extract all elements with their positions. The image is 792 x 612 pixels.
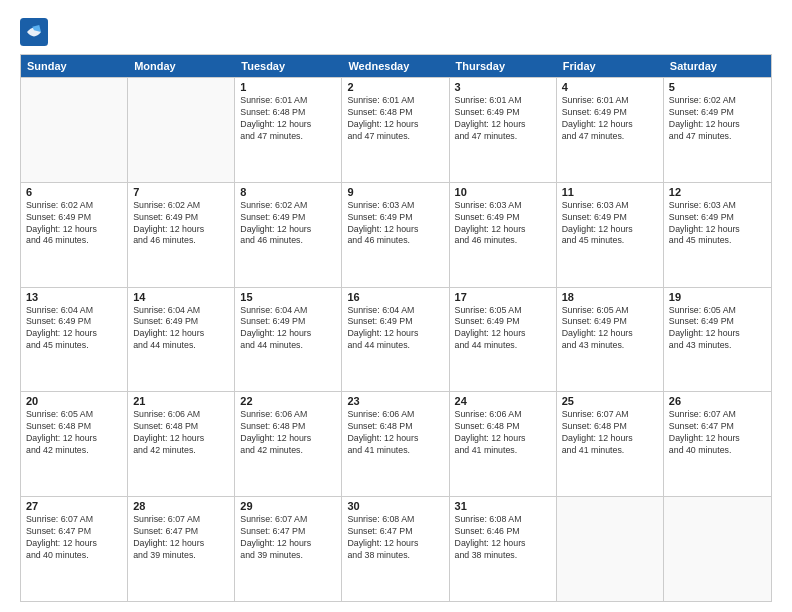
cell-info: Sunrise: 6:03 AM Sunset: 6:49 PM Dayligh… — [669, 200, 766, 248]
empty-cell-r4c6 — [664, 497, 771, 601]
cell-info: Sunrise: 6:06 AM Sunset: 6:48 PM Dayligh… — [347, 409, 443, 457]
day-number: 10 — [455, 186, 551, 198]
cell-info: Sunrise: 6:03 AM Sunset: 6:49 PM Dayligh… — [562, 200, 658, 248]
cell-info: Sunrise: 6:01 AM Sunset: 6:48 PM Dayligh… — [347, 95, 443, 143]
day-cell-14: 14Sunrise: 6:04 AM Sunset: 6:49 PM Dayli… — [128, 288, 235, 392]
day-number: 21 — [133, 395, 229, 407]
cell-info: Sunrise: 6:07 AM Sunset: 6:48 PM Dayligh… — [562, 409, 658, 457]
day-number: 5 — [669, 81, 766, 93]
cell-info: Sunrise: 6:02 AM Sunset: 6:49 PM Dayligh… — [133, 200, 229, 248]
calendar-row-2: 6Sunrise: 6:02 AM Sunset: 6:49 PM Daylig… — [21, 182, 771, 287]
weekday-header-friday: Friday — [557, 55, 664, 77]
day-cell-15: 15Sunrise: 6:04 AM Sunset: 6:49 PM Dayli… — [235, 288, 342, 392]
day-cell-2: 2Sunrise: 6:01 AM Sunset: 6:48 PM Daylig… — [342, 78, 449, 182]
cell-info: Sunrise: 6:04 AM Sunset: 6:49 PM Dayligh… — [240, 305, 336, 353]
day-number: 20 — [26, 395, 122, 407]
cell-info: Sunrise: 6:07 AM Sunset: 6:47 PM Dayligh… — [669, 409, 766, 457]
cell-info: Sunrise: 6:07 AM Sunset: 6:47 PM Dayligh… — [240, 514, 336, 562]
cell-info: Sunrise: 6:04 AM Sunset: 6:49 PM Dayligh… — [347, 305, 443, 353]
day-number: 27 — [26, 500, 122, 512]
day-cell-22: 22Sunrise: 6:06 AM Sunset: 6:48 PM Dayli… — [235, 392, 342, 496]
day-number: 26 — [669, 395, 766, 407]
day-cell-25: 25Sunrise: 6:07 AM Sunset: 6:48 PM Dayli… — [557, 392, 664, 496]
day-number: 15 — [240, 291, 336, 303]
calendar-row-1: 1Sunrise: 6:01 AM Sunset: 6:48 PM Daylig… — [21, 77, 771, 182]
day-number: 4 — [562, 81, 658, 93]
day-cell-4: 4Sunrise: 6:01 AM Sunset: 6:49 PM Daylig… — [557, 78, 664, 182]
day-cell-23: 23Sunrise: 6:06 AM Sunset: 6:48 PM Dayli… — [342, 392, 449, 496]
calendar-row-5: 27Sunrise: 6:07 AM Sunset: 6:47 PM Dayli… — [21, 496, 771, 601]
day-cell-10: 10Sunrise: 6:03 AM Sunset: 6:49 PM Dayli… — [450, 183, 557, 287]
logo — [20, 18, 52, 46]
cell-info: Sunrise: 6:01 AM Sunset: 6:48 PM Dayligh… — [240, 95, 336, 143]
day-number: 22 — [240, 395, 336, 407]
day-number: 30 — [347, 500, 443, 512]
day-cell-13: 13Sunrise: 6:04 AM Sunset: 6:49 PM Dayli… — [21, 288, 128, 392]
cell-info: Sunrise: 6:02 AM Sunset: 6:49 PM Dayligh… — [26, 200, 122, 248]
day-number: 24 — [455, 395, 551, 407]
day-cell-31: 31Sunrise: 6:08 AM Sunset: 6:46 PM Dayli… — [450, 497, 557, 601]
day-number: 6 — [26, 186, 122, 198]
cell-info: Sunrise: 6:05 AM Sunset: 6:49 PM Dayligh… — [562, 305, 658, 353]
calendar-row-4: 20Sunrise: 6:05 AM Sunset: 6:48 PM Dayli… — [21, 391, 771, 496]
cell-info: Sunrise: 6:01 AM Sunset: 6:49 PM Dayligh… — [562, 95, 658, 143]
day-number: 7 — [133, 186, 229, 198]
cell-info: Sunrise: 6:06 AM Sunset: 6:48 PM Dayligh… — [240, 409, 336, 457]
day-cell-3: 3Sunrise: 6:01 AM Sunset: 6:49 PM Daylig… — [450, 78, 557, 182]
cell-info: Sunrise: 6:06 AM Sunset: 6:48 PM Dayligh… — [133, 409, 229, 457]
day-cell-20: 20Sunrise: 6:05 AM Sunset: 6:48 PM Dayli… — [21, 392, 128, 496]
weekday-header-tuesday: Tuesday — [235, 55, 342, 77]
day-cell-19: 19Sunrise: 6:05 AM Sunset: 6:49 PM Dayli… — [664, 288, 771, 392]
weekday-header-wednesday: Wednesday — [342, 55, 449, 77]
empty-cell-r4c5 — [557, 497, 664, 601]
cell-info: Sunrise: 6:03 AM Sunset: 6:49 PM Dayligh… — [455, 200, 551, 248]
calendar-row-3: 13Sunrise: 6:04 AM Sunset: 6:49 PM Dayli… — [21, 287, 771, 392]
day-cell-11: 11Sunrise: 6:03 AM Sunset: 6:49 PM Dayli… — [557, 183, 664, 287]
day-cell-8: 8Sunrise: 6:02 AM Sunset: 6:49 PM Daylig… — [235, 183, 342, 287]
day-cell-30: 30Sunrise: 6:08 AM Sunset: 6:47 PM Dayli… — [342, 497, 449, 601]
cell-info: Sunrise: 6:08 AM Sunset: 6:47 PM Dayligh… — [347, 514, 443, 562]
day-cell-21: 21Sunrise: 6:06 AM Sunset: 6:48 PM Dayli… — [128, 392, 235, 496]
day-number: 13 — [26, 291, 122, 303]
weekday-header-thursday: Thursday — [450, 55, 557, 77]
day-number: 9 — [347, 186, 443, 198]
day-number: 3 — [455, 81, 551, 93]
cell-info: Sunrise: 6:04 AM Sunset: 6:49 PM Dayligh… — [26, 305, 122, 353]
day-cell-18: 18Sunrise: 6:05 AM Sunset: 6:49 PM Dayli… — [557, 288, 664, 392]
cell-info: Sunrise: 6:08 AM Sunset: 6:46 PM Dayligh… — [455, 514, 551, 562]
day-cell-12: 12Sunrise: 6:03 AM Sunset: 6:49 PM Dayli… — [664, 183, 771, 287]
day-number: 29 — [240, 500, 336, 512]
empty-cell-r0c1 — [128, 78, 235, 182]
cell-info: Sunrise: 6:02 AM Sunset: 6:49 PM Dayligh… — [669, 95, 766, 143]
day-number: 17 — [455, 291, 551, 303]
day-number: 16 — [347, 291, 443, 303]
day-cell-6: 6Sunrise: 6:02 AM Sunset: 6:49 PM Daylig… — [21, 183, 128, 287]
cell-info: Sunrise: 6:07 AM Sunset: 6:47 PM Dayligh… — [26, 514, 122, 562]
cell-info: Sunrise: 6:04 AM Sunset: 6:49 PM Dayligh… — [133, 305, 229, 353]
cell-info: Sunrise: 6:02 AM Sunset: 6:49 PM Dayligh… — [240, 200, 336, 248]
weekday-header-sunday: Sunday — [21, 55, 128, 77]
page: SundayMondayTuesdayWednesdayThursdayFrid… — [0, 0, 792, 612]
day-cell-7: 7Sunrise: 6:02 AM Sunset: 6:49 PM Daylig… — [128, 183, 235, 287]
day-number: 18 — [562, 291, 658, 303]
calendar-header: SundayMondayTuesdayWednesdayThursdayFrid… — [21, 55, 771, 77]
calendar: SundayMondayTuesdayWednesdayThursdayFrid… — [20, 54, 772, 602]
cell-info: Sunrise: 6:05 AM Sunset: 6:48 PM Dayligh… — [26, 409, 122, 457]
day-number: 2 — [347, 81, 443, 93]
day-cell-26: 26Sunrise: 6:07 AM Sunset: 6:47 PM Dayli… — [664, 392, 771, 496]
day-number: 8 — [240, 186, 336, 198]
weekday-header-monday: Monday — [128, 55, 235, 77]
day-number: 23 — [347, 395, 443, 407]
cell-info: Sunrise: 6:03 AM Sunset: 6:49 PM Dayligh… — [347, 200, 443, 248]
cell-info: Sunrise: 6:06 AM Sunset: 6:48 PM Dayligh… — [455, 409, 551, 457]
day-cell-24: 24Sunrise: 6:06 AM Sunset: 6:48 PM Dayli… — [450, 392, 557, 496]
day-cell-27: 27Sunrise: 6:07 AM Sunset: 6:47 PM Dayli… — [21, 497, 128, 601]
day-number: 11 — [562, 186, 658, 198]
day-cell-16: 16Sunrise: 6:04 AM Sunset: 6:49 PM Dayli… — [342, 288, 449, 392]
day-number: 14 — [133, 291, 229, 303]
cell-info: Sunrise: 6:05 AM Sunset: 6:49 PM Dayligh… — [455, 305, 551, 353]
day-cell-29: 29Sunrise: 6:07 AM Sunset: 6:47 PM Dayli… — [235, 497, 342, 601]
day-number: 19 — [669, 291, 766, 303]
day-number: 25 — [562, 395, 658, 407]
weekday-header-saturday: Saturday — [664, 55, 771, 77]
